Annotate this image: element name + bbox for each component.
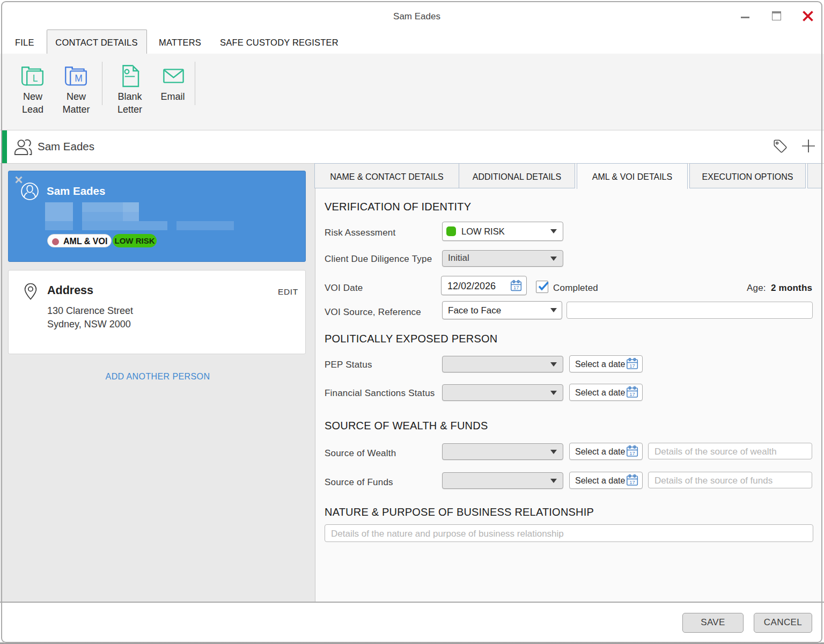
svg-text:M: M (75, 73, 83, 84)
svg-text:17: 17 (629, 479, 635, 485)
svg-text:17: 17 (513, 285, 519, 290)
svg-text:17: 17 (629, 363, 635, 369)
svg-text:17: 17 (629, 450, 635, 456)
svg-text:L: L (33, 73, 38, 84)
svg-text:17: 17 (629, 391, 635, 397)
